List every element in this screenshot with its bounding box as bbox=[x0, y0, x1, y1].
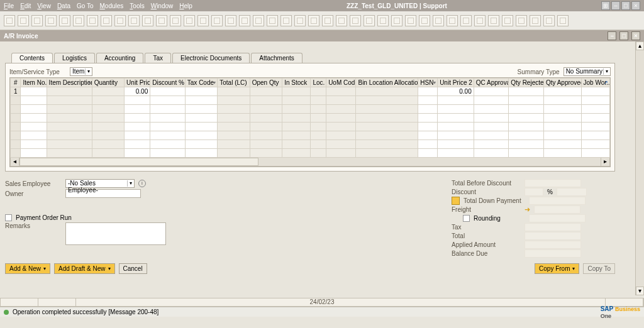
toolbar-button[interactable] bbox=[460, 15, 472, 26]
tab-attachments[interactable]: Attachments bbox=[251, 53, 303, 63]
info-icon[interactable]: i bbox=[138, 180, 146, 187]
col-itemdesc[interactable]: Item Description▾ bbox=[47, 79, 92, 87]
payment-order-run-checkbox[interactable] bbox=[5, 214, 12, 221]
scroll-right-icon[interactable]: ▸ bbox=[601, 158, 609, 166]
col-taxcode[interactable]: Tax Code▾ bbox=[185, 79, 217, 87]
col-uom[interactable]: UoM Code bbox=[326, 79, 356, 87]
menu-goto[interactable]: Go To bbox=[77, 3, 94, 9]
item-service-type-select[interactable]: Item ▾ bbox=[70, 67, 92, 76]
table-row[interactable] bbox=[11, 105, 610, 114]
toolbar-button[interactable] bbox=[557, 15, 569, 26]
table-row[interactable] bbox=[11, 123, 610, 131]
form-close-icon[interactable]: × bbox=[631, 31, 640, 40]
toolbar-button[interactable] bbox=[114, 15, 126, 26]
items-grid[interactable]: # Item No. Item Description▾ Quantity Un… bbox=[9, 77, 611, 167]
col-unitprice[interactable]: Unit Price bbox=[125, 79, 150, 87]
col-loc[interactable]: Loc. bbox=[311, 79, 326, 87]
tab-electronic-documents[interactable]: Electronic Documents bbox=[172, 53, 250, 63]
scroll-thumb[interactable] bbox=[19, 158, 258, 166]
scroll-left-icon[interactable]: ◂ bbox=[11, 158, 19, 166]
toolbar-button[interactable] bbox=[156, 15, 167, 26]
cell-itemno[interactable] bbox=[21, 87, 47, 96]
scroll-down-icon[interactable]: ▾ bbox=[636, 287, 644, 295]
toolbar-button[interactable] bbox=[45, 15, 57, 26]
toolbar-button[interactable] bbox=[73, 15, 84, 26]
col-instock[interactable]: In Stock bbox=[282, 79, 311, 87]
remarks-textarea[interactable] bbox=[65, 222, 166, 245]
col-qtyapproved[interactable]: Qty Approved bbox=[543, 79, 581, 87]
table-row[interactable] bbox=[11, 140, 610, 149]
toolbar-button[interactable] bbox=[350, 15, 361, 26]
col-qcapproval[interactable]: QC Approval bbox=[474, 79, 509, 87]
col-num[interactable]: # bbox=[11, 79, 21, 87]
col-itemno[interactable]: Item No. bbox=[21, 79, 47, 87]
summary-type-select[interactable]: No Summary ▾ bbox=[564, 67, 611, 76]
toolbar-button[interactable] bbox=[364, 15, 375, 26]
link-arrow-icon[interactable]: ➜ bbox=[525, 205, 530, 214]
col-quantity[interactable]: Quantity bbox=[92, 79, 124, 87]
menu-file[interactable]: FFileile bbox=[4, 3, 14, 9]
scroll-up-icon[interactable]: ▴ bbox=[636, 41, 644, 50]
toolbar-button[interactable] bbox=[488, 15, 499, 26]
menu-edit[interactable]: Edit bbox=[20, 3, 31, 9]
cell-unitprice2[interactable]: 0.00 bbox=[438, 87, 474, 96]
table-row[interactable] bbox=[11, 96, 610, 105]
table-row[interactable] bbox=[11, 114, 610, 123]
col-total[interactable]: Total (LC) bbox=[218, 79, 250, 87]
toolbar-button[interactable] bbox=[516, 15, 527, 26]
menu-view[interactable]: View bbox=[37, 3, 51, 9]
add-draft-and-new-button[interactable]: Add Draft & New▾ bbox=[54, 263, 114, 274]
toolbar-button[interactable] bbox=[239, 15, 250, 26]
col-jobwork[interactable]: Job Wor...↗ bbox=[581, 79, 609, 87]
menu-help[interactable]: Help bbox=[179, 3, 192, 9]
rounding-checkbox[interactable] bbox=[463, 215, 470, 222]
table-row[interactable] bbox=[11, 149, 610, 158]
expand-icon[interactable]: ↗ bbox=[604, 80, 608, 85]
col-openqty[interactable]: Open Qty bbox=[250, 79, 282, 87]
toolbar-button[interactable] bbox=[447, 15, 458, 26]
table-row[interactable]: 1 0.00 0.00 bbox=[11, 87, 610, 96]
layout-icon[interactable]: ⊞ bbox=[601, 1, 610, 10]
form-maximize-icon[interactable]: □ bbox=[619, 31, 628, 40]
toolbar-button[interactable] bbox=[280, 15, 292, 26]
toolbar-button[interactable] bbox=[474, 15, 486, 26]
toolbar-button[interactable] bbox=[170, 15, 181, 26]
toolbar-button[interactable] bbox=[142, 15, 153, 26]
toolbar-button[interactable] bbox=[308, 15, 319, 26]
toolbar-button[interactable] bbox=[419, 15, 430, 26]
down-payment-button[interactable] bbox=[452, 197, 460, 205]
toolbar-button[interactable] bbox=[87, 15, 98, 26]
toolbar-button[interactable] bbox=[322, 15, 333, 26]
toolbar-button[interactable] bbox=[184, 15, 195, 26]
col-discount[interactable]: Discount %▾ bbox=[150, 79, 186, 87]
toolbar-button[interactable] bbox=[433, 15, 444, 26]
form-minimize-icon[interactable]: – bbox=[608, 31, 616, 40]
cell-unitprice[interactable]: 0.00 bbox=[125, 87, 150, 96]
discount-pct-field[interactable] bbox=[525, 188, 543, 196]
toolbar-button[interactable] bbox=[31, 15, 43, 26]
toolbar-button[interactable] bbox=[18, 15, 29, 26]
cell-discount[interactable] bbox=[150, 87, 186, 96]
toolbar-button[interactable] bbox=[377, 15, 389, 26]
tab-logistics[interactable]: Logistics bbox=[54, 53, 95, 63]
toolbar-button[interactable] bbox=[543, 15, 555, 26]
col-hsn[interactable]: HSN▾ bbox=[418, 79, 438, 87]
toolbar-button[interactable] bbox=[101, 15, 112, 26]
menu-tools[interactable]: Tools bbox=[130, 3, 144, 9]
toolbar-button[interactable] bbox=[336, 15, 347, 26]
tab-tax[interactable]: Tax bbox=[145, 53, 171, 63]
toolbar-button[interactable] bbox=[502, 15, 513, 26]
toolbar-button[interactable] bbox=[530, 15, 541, 26]
toolbar-button[interactable] bbox=[253, 15, 264, 26]
vertical-scrollbar[interactable]: ▴ ▾ bbox=[635, 41, 644, 295]
col-qtyrejected[interactable]: Qty Rejected bbox=[509, 79, 544, 87]
col-unitprice2[interactable]: Unit Price 2 bbox=[438, 79, 474, 87]
toolbar-button[interactable] bbox=[211, 15, 223, 26]
toolbar-button[interactable] bbox=[405, 15, 416, 26]
copy-from-button[interactable]: Copy From▾ bbox=[535, 263, 579, 274]
cancel-button[interactable]: Cancel bbox=[119, 263, 147, 274]
toolbar-button[interactable] bbox=[59, 15, 70, 26]
toolbar-button[interactable] bbox=[267, 15, 278, 26]
toolbar-button[interactable] bbox=[128, 15, 140, 26]
close-icon[interactable]: × bbox=[631, 1, 640, 10]
